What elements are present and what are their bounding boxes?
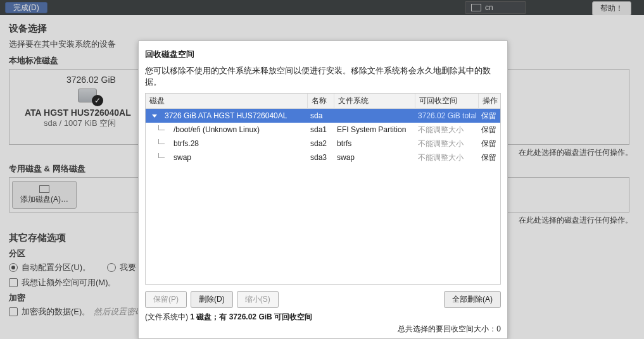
cell-reclaim: 不能调整大小 (415, 152, 479, 163)
keep-button[interactable]: 保留(P) (145, 291, 187, 308)
table-row[interactable]: /boot/efi (Unknown Linux)sda1EFI System … (146, 123, 500, 137)
cell-disk: btrfs.28 (174, 139, 199, 148)
dialog-subtitle: 您可以移除不使用的文件系统来释放空间以便进行安装。移除文件系统将会永久地删除其中… (145, 65, 501, 88)
add-disk-label: 添加磁盘(A)… (20, 194, 68, 205)
cell-reclaim: 3726.02 GiB total (415, 111, 479, 120)
cell-disk: 3726 GiB ATA HGST HUS726040AL (165, 111, 287, 120)
cell-reclaim: 不能调整大小 (415, 125, 479, 135)
dialog-status: (文件系统中) 1 磁盘；有 3726.02 GiB 可回收空间 (145, 312, 501, 323)
help-button[interactable]: 帮助！ (592, 1, 631, 16)
cell-name: sda1 (308, 125, 334, 134)
col-action[interactable]: 操作 (479, 94, 500, 108)
checkbox-encrypt[interactable] (9, 307, 18, 316)
radio-manual-partition[interactable] (107, 263, 116, 272)
cell-disk: /boot/efi (Unknown Linux) (174, 125, 260, 134)
keyboard-icon (471, 4, 481, 11)
shrink-button[interactable]: 缩小(S) (237, 291, 279, 308)
cell-name: sda2 (308, 139, 334, 148)
status-summary: 1 磁盘；有 3726.02 GiB 可回收空间 (190, 312, 312, 321)
cell-name: sda3 (308, 153, 334, 162)
disk-subinfo: sda / 1007 KiB 空闲 (44, 118, 116, 129)
reclaim-space-dialog: 回收磁盘空间 您可以移除不使用的文件系统来释放空间以便进行安装。移除文件系统将会… (138, 40, 508, 339)
opt-extra-label: 我想让额外空间可用(M)。 (22, 277, 117, 288)
page-title: 设备选择 (9, 23, 635, 35)
add-disk-button[interactable]: 添加磁盘(A)… (12, 181, 77, 209)
check-icon: ✓ (92, 95, 103, 106)
table-body: 3726 GiB ATA HGST HUS726040ALsda3726.02 … (146, 109, 500, 164)
col-disk[interactable]: 磁盘 (146, 94, 308, 108)
delete-button[interactable]: 删除(D) (191, 291, 233, 308)
cell-action: 保留 (479, 125, 500, 135)
cell-action: 保留 (479, 111, 500, 121)
cell-disk: swap (174, 153, 191, 162)
status-prefix: (文件系统中) (145, 312, 190, 321)
dialog-footer-right: 总共选择的要回收空间大小：0 (145, 324, 501, 335)
tree-branch-icon (155, 153, 167, 162)
cell-reclaim: 不能调整大小 (415, 139, 479, 149)
table-row[interactable]: swapsda3swap不能调整大小保留 (146, 151, 500, 164)
topbar: 完成(D) cn 帮助！ (0, 0, 644, 15)
col-name[interactable]: 名称 (308, 94, 334, 108)
col-reclaim[interactable]: 可回收空间 (415, 94, 479, 108)
expand-icon[interactable] (152, 114, 157, 118)
disk-icon (39, 185, 49, 193)
encrypt-hint: 然后设置密码 (94, 306, 143, 317)
checkbox-extra-space[interactable] (9, 278, 18, 287)
cell-action: 保留 (479, 152, 500, 163)
opt-iwant-label: 我要 (120, 262, 136, 273)
disk-icon: ✓ (78, 89, 97, 102)
encrypt-opt-label: 加密我的数据(E)。 (22, 306, 90, 317)
cell-filesystem: EFI System Partition (334, 125, 415, 134)
done-button[interactable]: 完成(D) (5, 2, 47, 13)
disk-name: ATA HGST HUS726040AL (25, 108, 131, 118)
table-row[interactable]: 3726 GiB ATA HGST HUS726040ALsda3726.02 … (146, 109, 500, 123)
cell-action: 保留 (479, 139, 500, 149)
disk-table: 磁盘 名称 文件系统 可回收空间 操作 3726 GiB ATA HGST HU… (145, 93, 501, 285)
cell-filesystem: swap (334, 153, 415, 162)
delete-all-button[interactable]: 全部删除(A) (444, 291, 501, 308)
cell-filesystem: btrfs (334, 139, 415, 148)
cell-name: sda (308, 111, 334, 120)
radio-auto-partition[interactable] (9, 263, 18, 272)
opt-auto-label: 自动配置分区(U)。 (22, 262, 91, 273)
keyboard-layout-indicator[interactable]: cn (465, 1, 526, 14)
table-row[interactable]: btrfs.28sda2btrfs不能调整大小保留 (146, 137, 500, 151)
col-filesystem[interactable]: 文件系统 (334, 94, 415, 108)
dialog-title: 回收磁盘空间 (145, 49, 501, 60)
table-header: 磁盘 名称 文件系统 可回收空间 操作 (146, 94, 500, 109)
dialog-action-bar: 保留(P) 删除(D) 缩小(S) 全部删除(A) (145, 291, 501, 308)
tree-branch-icon (155, 139, 167, 148)
disk-capacity: 3726.02 GiB (66, 75, 116, 85)
tree-branch-icon (155, 125, 167, 134)
keyboard-layout-label: cn (485, 3, 493, 12)
